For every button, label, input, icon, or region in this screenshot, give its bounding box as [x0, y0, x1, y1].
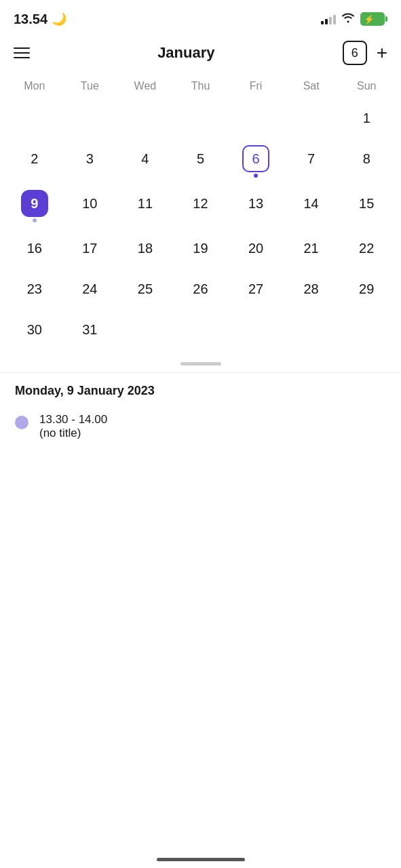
time-display: 13.54 — [14, 12, 47, 27]
cal-cell-empty — [117, 311, 173, 351]
signal-bar-4 — [333, 15, 336, 24]
event-time: 13.30 - 14.00 — [39, 413, 107, 427]
hamburger-line-1 — [14, 47, 30, 49]
cal-cell-empty — [7, 99, 62, 140]
cal-cell-25[interactable]: 25 — [117, 270, 173, 311]
cal-cell-30[interactable]: 30 — [7, 311, 62, 351]
moon-icon: 🌙 — [52, 12, 66, 26]
scroll-indicator — [0, 351, 401, 372]
signal-bar-2 — [325, 19, 328, 24]
cal-cell-29[interactable]: 29 — [339, 270, 394, 311]
cal-cell-2[interactable]: 2 — [7, 140, 62, 184]
cal-cell-5[interactable]: 5 — [173, 140, 229, 184]
battery-icon: ⚡ — [360, 12, 387, 26]
day-header-sat: Sat — [284, 76, 339, 96]
cal-cell-19[interactable]: 19 — [173, 229, 229, 270]
cal-cell-9[interactable]: 9 — [7, 184, 62, 229]
selected-date-label: Monday, 9 January 2023 — [15, 384, 386, 398]
day-header-mon: Mon — [7, 76, 62, 96]
cal-cell-14[interactable]: 14 — [284, 184, 339, 229]
cal-cell-20[interactable]: 20 — [228, 229, 284, 270]
day-header-wed: Wed — [117, 76, 173, 96]
cal-cell-4[interactable]: 4 — [117, 140, 173, 184]
event-details: 13.30 - 14.00 (no title) — [39, 413, 107, 440]
day-header-tue: Tue — [62, 76, 118, 96]
cal-cell-6[interactable]: 6 — [228, 140, 284, 184]
signal-bar-1 — [321, 21, 324, 24]
day-badge[interactable]: 6 — [343, 41, 367, 65]
cal-cell-3[interactable]: 3 — [62, 140, 118, 184]
battery-bolt: ⚡ — [364, 14, 375, 24]
cal-cell-empty — [284, 99, 339, 140]
cal-cell-empty — [173, 99, 229, 140]
cal-cell-7[interactable]: 7 — [284, 140, 339, 184]
calendar-grid: 1 2 3 4 5 6 7 8 9 10 11 12 13 14 15 16 1… — [7, 99, 394, 351]
cal-cell-12[interactable]: 12 — [173, 184, 229, 229]
cal-cell-1[interactable]: 1 — [339, 99, 394, 140]
menu-button[interactable] — [14, 47, 30, 58]
cal-cell-16[interactable]: 16 — [7, 229, 62, 270]
add-event-button[interactable]: + — [377, 43, 387, 62]
cal-cell-13[interactable]: 13 — [228, 184, 284, 229]
home-indicator — [157, 858, 245, 861]
event-dot-9 — [33, 218, 37, 222]
wifi-icon — [341, 12, 355, 26]
day-header-sun: Sun — [339, 76, 394, 96]
calendar-header: January 6 + — [0, 35, 401, 76]
cal-cell-15[interactable]: 15 — [339, 184, 394, 229]
cal-cell-empty — [228, 311, 284, 351]
selected-date-section: Monday, 9 January 2023 13.30 - 14.00 (no… — [0, 372, 401, 451]
day-headers-row: Mon Tue Wed Thu Fri Sat Sun — [7, 76, 394, 96]
cal-cell-8[interactable]: 8 — [339, 140, 394, 184]
signal-bar-3 — [329, 17, 332, 24]
cal-cell-28[interactable]: 28 — [284, 270, 339, 311]
cal-cell-empty — [228, 99, 284, 140]
day-header-thu: Thu — [173, 76, 229, 96]
cal-cell-empty — [62, 99, 118, 140]
event-item[interactable]: 13.30 - 14.00 (no title) — [15, 409, 386, 444]
hamburger-line-3 — [14, 57, 30, 58]
cal-cell-empty — [117, 99, 173, 140]
cal-cell-23[interactable]: 23 — [7, 270, 62, 311]
cal-cell-empty — [173, 311, 229, 351]
cal-cell-26[interactable]: 26 — [173, 270, 229, 311]
scroll-bar — [180, 362, 221, 366]
cal-cell-27[interactable]: 27 — [228, 270, 284, 311]
event-title: (no title) — [39, 427, 107, 440]
hamburger-line-2 — [14, 52, 30, 54]
cal-cell-22[interactable]: 22 — [339, 229, 394, 270]
cal-cell-21[interactable]: 21 — [284, 229, 339, 270]
cal-cell-31[interactable]: 31 — [62, 311, 118, 351]
cal-cell-18[interactable]: 18 — [117, 229, 173, 270]
status-icons: ⚡ — [321, 12, 387, 26]
event-dot-6 — [254, 174, 258, 178]
day-header-fri: Fri — [228, 76, 284, 96]
signal-icon — [321, 14, 336, 24]
calendar: Mon Tue Wed Thu Fri Sat Sun 1 2 3 4 5 6 … — [0, 76, 401, 351]
cal-cell-24[interactable]: 24 — [62, 270, 118, 311]
cal-cell-17[interactable]: 17 — [62, 229, 118, 270]
cal-cell-10[interactable]: 10 — [62, 184, 118, 229]
status-bar: 13.54 🌙 ⚡ — [0, 0, 401, 35]
header-actions: 6 + — [343, 41, 387, 65]
cal-cell-empty — [284, 311, 339, 351]
event-color-dot — [15, 416, 28, 429]
status-time: 13.54 🌙 — [14, 12, 66, 27]
month-title: January — [157, 44, 214, 62]
cal-cell-11[interactable]: 11 — [117, 184, 173, 229]
cal-cell-empty — [339, 311, 394, 351]
